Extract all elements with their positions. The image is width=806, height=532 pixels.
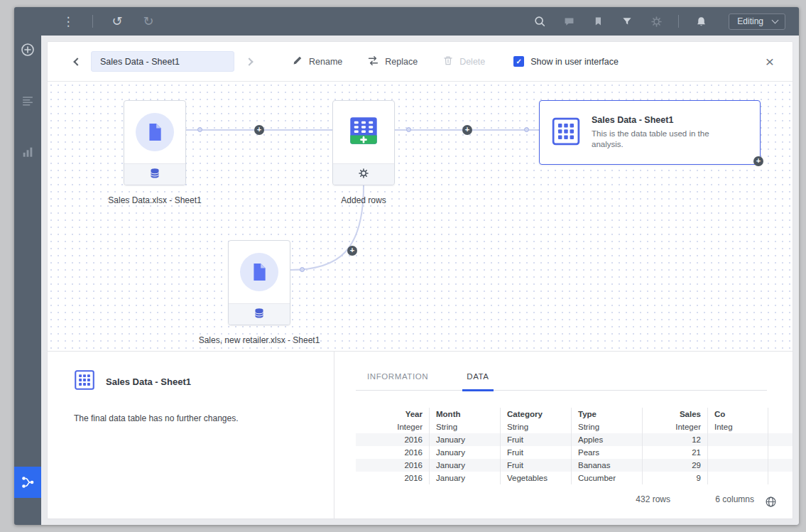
data-canvas-panel: Rename Replace Delete xyxy=(47,41,793,519)
pages-icon[interactable] xyxy=(21,94,35,108)
table-cell: 29 xyxy=(643,459,708,472)
connector-port xyxy=(197,127,202,132)
add-transformation-button[interactable] xyxy=(347,246,357,256)
delete-button[interactable]: Delete xyxy=(442,55,485,68)
previous-table-button[interactable] xyxy=(73,58,81,65)
search-icon[interactable] xyxy=(533,14,547,28)
table-cell: Cucumber xyxy=(572,472,643,484)
table-cell: Co xyxy=(708,408,768,420)
details-pane: Sales Data - Sheet1 The final data table… xyxy=(48,352,334,519)
visualizations-icon[interactable] xyxy=(21,145,35,159)
tab-data[interactable]: DATA xyxy=(467,372,489,390)
content-area: Rename Replace Delete xyxy=(41,36,799,525)
next-table-button[interactable] xyxy=(245,58,253,65)
connector-port xyxy=(406,127,411,132)
pencil-icon xyxy=(292,55,303,68)
node-final-table[interactable]: Sales Data - Sheet1 This is the data tab… xyxy=(539,100,761,165)
connector-port xyxy=(300,267,305,272)
table-cell: Integ xyxy=(708,420,768,433)
table-row: 2016JanuaryFruitBananas29 xyxy=(356,459,793,472)
table-cell xyxy=(708,459,768,472)
table-cell: Fruit xyxy=(501,459,572,472)
add-transformation-button[interactable] xyxy=(462,125,472,135)
rename-button[interactable]: Rename xyxy=(292,55,342,68)
table-cell: String xyxy=(430,420,501,433)
trash-icon xyxy=(442,55,454,68)
add-transformation-button[interactable] xyxy=(254,125,264,135)
table-cell: 9 xyxy=(643,472,708,484)
table-cell: 21 xyxy=(643,446,708,459)
table-cell: Integer xyxy=(643,420,708,433)
node-added-rows[interactable] xyxy=(332,100,395,185)
app-window: Editing xyxy=(14,7,799,525)
table-cell: January xyxy=(430,446,501,459)
filter-icon[interactable] xyxy=(620,14,634,28)
added-rows-icon xyxy=(348,115,379,149)
redo-icon[interactable] xyxy=(141,14,156,28)
datasource-icon xyxy=(149,168,160,182)
node-source-new-retailer[interactable] xyxy=(228,240,290,325)
preview-tabs: INFORMATION DATA xyxy=(356,352,767,391)
show-in-ui-label: Show in user interface xyxy=(530,57,619,67)
settings-icon[interactable] xyxy=(649,14,663,28)
toolbar-separator xyxy=(678,15,679,28)
table-cell: Apples xyxy=(572,433,643,446)
table-name-input[interactable] xyxy=(91,51,234,72)
comment-icon[interactable] xyxy=(562,14,576,28)
table-cell: 2016 xyxy=(356,433,430,446)
table-cell: Fruit xyxy=(501,433,572,446)
replace-button[interactable]: Replace xyxy=(367,55,418,69)
rename-button-label: Rename xyxy=(309,57,342,67)
table-cell: Category xyxy=(501,408,572,420)
data-canvas-icon[interactable] xyxy=(14,467,41,498)
titlebar: Editing xyxy=(14,7,799,36)
kebab-menu-icon[interactable] xyxy=(61,14,75,28)
close-icon[interactable] xyxy=(766,54,774,69)
datasource-icon xyxy=(254,308,265,322)
table-row: 2016JanuaryFruitApples12 xyxy=(356,433,793,446)
details-note: The final data table has no further chan… xyxy=(74,413,312,423)
table-cell: Fruit xyxy=(501,446,572,459)
table-cell xyxy=(708,446,768,459)
table-cell: Year xyxy=(356,408,430,420)
final-node-description: This is the data table used in the analy… xyxy=(592,129,737,150)
table-cell: 2016 xyxy=(356,446,430,459)
data-canvas[interactable]: Sales Data.xlsx - Sheet1 xyxy=(48,82,793,352)
mode-dropdown-label: Editing xyxy=(737,16,763,26)
node-source-sales-data[interactable] xyxy=(124,100,186,185)
row-count: 432 rows xyxy=(636,494,670,504)
connector-port xyxy=(524,127,529,132)
add-transformation-button[interactable] xyxy=(753,156,763,166)
preview-pane: INFORMATION DATA YearMonthCategoryTypeSa… xyxy=(334,352,793,519)
table-cell: 2016 xyxy=(356,472,430,484)
table-cell: String xyxy=(501,420,572,433)
table-cell: Month xyxy=(430,408,501,420)
show-in-ui-checkbox[interactable]: Show in user interface xyxy=(513,56,619,67)
globe-icon[interactable] xyxy=(765,496,777,508)
table-cell: Integer xyxy=(356,420,430,433)
gear-icon[interactable] xyxy=(358,168,369,182)
undo-icon[interactable] xyxy=(110,14,124,28)
table-cell: 2016 xyxy=(356,459,430,472)
table-cell: January xyxy=(430,459,501,472)
bookmark-icon[interactable] xyxy=(591,14,605,28)
table-row: 2016JanuaryVegetablesCucumber9 xyxy=(356,472,793,484)
add-icon[interactable] xyxy=(21,43,35,57)
table-cell xyxy=(708,472,768,484)
replace-button-label: Replace xyxy=(385,57,418,67)
table-cell: String xyxy=(572,420,643,433)
table-row: 2016JanuaryFruitPears21 xyxy=(356,446,793,459)
mode-dropdown[interactable]: Editing xyxy=(729,13,785,30)
table-cell xyxy=(708,433,768,446)
table-cell: January xyxy=(430,433,501,446)
data-table[interactable]: YearMonthCategoryTypeSalesCoIntegerStrin… xyxy=(356,408,793,484)
file-icon xyxy=(136,113,174,151)
table-icon xyxy=(74,369,95,393)
column-count: 6 columns xyxy=(715,494,754,504)
table-header-row: YearMonthCategoryTypeSalesCo xyxy=(356,408,793,420)
table-cell: Pears xyxy=(572,446,643,459)
node-label: Added rows xyxy=(296,195,431,205)
tab-information[interactable]: INFORMATION xyxy=(367,372,428,390)
table-cell: Bananas xyxy=(572,459,643,472)
notifications-icon[interactable] xyxy=(694,14,708,28)
